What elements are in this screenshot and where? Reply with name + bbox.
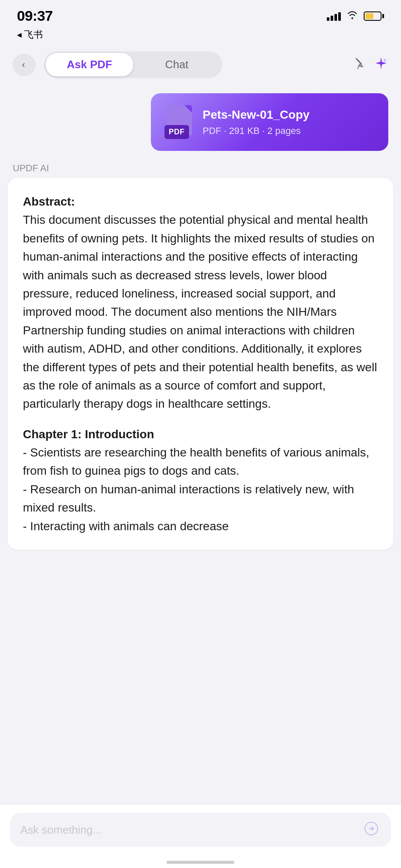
back-carrier-arrow: ◂ [17,29,22,40]
signal-bars-icon [327,11,341,21]
ai-label: UPDF AI [0,155,401,178]
carrier-row: ◂ 飞书 [0,28,401,45]
chapter1-bullet-2: - Research on human-animal interactions … [23,483,354,514]
pdf-meta: PDF · 291 KB · 2 pages [203,125,375,136]
carrier-name: 飞书 [24,28,43,41]
abstract-title: Abstract: [23,195,75,208]
message-input[interactable] [20,823,357,837]
send-button[interactable] [362,821,381,839]
status-icons [327,11,384,22]
broom-icon[interactable] [353,57,365,72]
pdf-card[interactable]: PDF Pets-New-01_Copy PDF · 291 KB · 2 pa… [151,93,388,151]
input-area [0,804,401,868]
abstract-body: This document discusses the potential ph… [23,213,377,410]
home-indicator [167,861,234,864]
pdf-filename: Pets-New-01_Copy [203,108,375,122]
pdf-badge: PDF [164,125,189,139]
chapter1-title: Chapter 1: Introduction [23,428,154,441]
wifi-icon [347,11,358,22]
svg-point-0 [356,58,357,60]
tab-switcher: Ask PDF Chat [44,51,222,78]
input-container [10,813,391,847]
status-time: 09:37 [17,8,53,24]
chapter1-bullet-3: - Interacting with animals can decrease [23,520,229,533]
sparkle-icon[interactable] [374,56,388,73]
message-text: Abstract: This document discusses the po… [23,192,378,535]
status-bar: 09:37 [0,0,401,28]
pdf-info: Pets-New-01_Copy PDF · 291 KB · 2 pages [203,108,375,136]
back-button[interactable]: ‹ [13,53,36,76]
pdf-icon-wrapper: PDF [164,105,194,139]
tab-chat[interactable]: Chat [133,53,220,76]
nav-bar: ‹ Ask PDF Chat [0,45,401,85]
message-bubble: Abstract: This document discusses the po… [8,178,393,550]
chapter1-bullet-1: - Scientists are researching the health … [23,446,369,477]
nav-actions [353,56,388,73]
send-arrow-icon [365,822,378,838]
back-chevron-icon: ‹ [22,59,25,70]
pdf-card-container: PDF Pets-New-01_Copy PDF · 291 KB · 2 pa… [0,85,401,155]
tab-ask-pdf[interactable]: Ask PDF [46,53,133,76]
battery-icon [364,11,384,21]
